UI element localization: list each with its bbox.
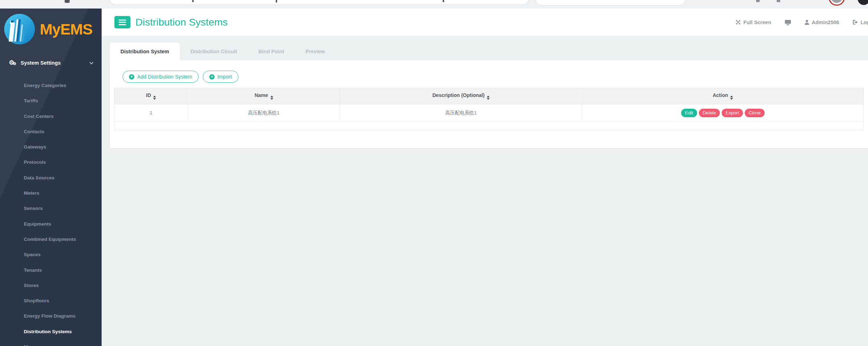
sort-icon xyxy=(270,96,273,100)
add-distribution-system-button[interactable]: + Add Distribution System xyxy=(123,71,199,83)
delete-button[interactable]: Delete xyxy=(699,109,720,117)
logout-button[interactable]: Logout xyxy=(852,20,868,25)
content-area: Distribution System Distribution Circuit… xyxy=(102,36,868,346)
sidebar-item-equipments[interactable]: Equipments xyxy=(0,216,102,232)
table-header-row: ID Name Description (Optional) Action xyxy=(114,88,864,104)
browser-search-box[interactable] xyxy=(535,0,686,6)
sidebar-item-energy-categories[interactable]: Energy Categories xyxy=(0,78,102,93)
cell-action: Edit Delete Export Clone xyxy=(582,104,864,121)
sidebar-item-tenants[interactable]: Tenants xyxy=(0,263,102,278)
sort-icon xyxy=(730,96,733,100)
sort-icon xyxy=(487,96,490,100)
full-screen-label: Full Screen xyxy=(743,20,771,25)
browser-address-bar[interactable] xyxy=(109,0,529,5)
import-button[interactable]: + Import xyxy=(203,71,238,83)
clone-button[interactable]: Clone xyxy=(745,109,765,117)
tab-panel-distribution-system: + Add Distribution System + Import ID xyxy=(110,60,868,148)
table-row: 1 高压配电系统1 高压配电系统1 Edit Delete Export Clo… xyxy=(114,104,864,121)
sidebar-menu: Energy Categories Tariffs Cost Centers C… xyxy=(0,78,102,346)
page-title: Distribution Systems xyxy=(135,16,228,28)
brand-name: MyEMS xyxy=(40,21,92,38)
user-icon xyxy=(804,20,809,25)
myems-logo-icon xyxy=(3,13,36,45)
column-header-name[interactable]: Name xyxy=(188,88,340,104)
column-header-action[interactable]: Action xyxy=(582,88,864,104)
sidebar-item-spaces[interactable]: Spaces xyxy=(0,247,102,262)
sidebar-item-stores[interactable]: Stores xyxy=(0,278,102,293)
add-button-label: Add Distribution System xyxy=(137,74,192,80)
plus-circle-icon: + xyxy=(129,74,134,80)
logout-icon xyxy=(852,20,858,25)
cell-id: 1 xyxy=(114,104,188,121)
logout-label: Logout xyxy=(861,20,868,25)
address-text-fragment xyxy=(276,0,277,2)
full-screen-button[interactable]: Full Screen xyxy=(735,20,771,25)
chevron-down-icon xyxy=(90,60,93,64)
sidebar-item-distribution-systems[interactable]: Distribution Systems xyxy=(0,324,102,339)
sidebar-item-meters[interactable]: Meters xyxy=(0,185,102,201)
address-text-fragment xyxy=(192,0,194,2)
edit-button[interactable]: Edit xyxy=(681,109,697,117)
browser-corner-button[interactable] xyxy=(858,0,868,5)
export-button[interactable]: Export xyxy=(722,109,743,117)
sidebar-item-combined-equipments[interactable]: Combined Equipments xyxy=(0,232,102,247)
plus-circle-icon: + xyxy=(209,74,215,80)
sidebar-item-energy-flow-diagrams[interactable]: Energy Flow Diagrams xyxy=(0,308,102,324)
toolbar: + Add Distribution System + Import xyxy=(123,71,864,83)
sidebar-item-shopfloors[interactable]: Shopfloors xyxy=(0,293,102,308)
user-menu[interactable]: Admin2506 xyxy=(804,20,839,25)
page-header: Distribution Systems Full Screen xyxy=(102,9,868,36)
cell-description: 高压配电系统1 xyxy=(340,104,582,121)
sidebar-item-protocols[interactable]: Protocols xyxy=(0,155,102,170)
sort-icon xyxy=(153,96,156,100)
sidebar-section-label: System Settings xyxy=(21,60,61,66)
sidebar-item-data-sources[interactable]: Data Sources xyxy=(0,170,102,185)
monitor-button[interactable] xyxy=(785,20,791,25)
address-text-fragment xyxy=(443,0,444,2)
fullscreen-icon xyxy=(735,20,741,25)
tab-bind-point[interactable]: Bind Point xyxy=(248,43,295,60)
tab-distribution-system[interactable]: Distribution System xyxy=(110,43,180,60)
sidebar-item-gateways[interactable]: Gateways xyxy=(0,139,102,155)
browser-toolbar-icon[interactable] xyxy=(777,0,780,2)
column-header-description[interactable]: Description (Optional) xyxy=(340,88,582,104)
tab-bar: Distribution System Distribution Circuit… xyxy=(110,43,868,60)
sidebar-item-tariffs[interactable]: Tariffs xyxy=(0,93,102,108)
sidebar-item-contacts[interactable]: Contacts xyxy=(0,124,102,139)
column-header-id[interactable]: ID xyxy=(114,88,188,104)
sidebar-section-system-settings[interactable]: ⚙⚙ System Settings xyxy=(0,50,102,66)
brand-logo[interactable]: MyEMS xyxy=(0,9,102,50)
table-footer-row xyxy=(114,121,864,130)
distribution-systems-table: ID Name Description (Optional) Action xyxy=(114,88,864,130)
menu-toggle-button[interactable] xyxy=(114,16,130,28)
sidebar-item-menus[interactable]: Menus xyxy=(0,339,102,346)
browser-extension-icon[interactable] xyxy=(65,0,70,3)
empty-footer-cell xyxy=(114,121,864,130)
row-actions: Edit Delete Export Clone xyxy=(681,109,765,117)
monitor-icon xyxy=(785,20,791,25)
browser-toolbar xyxy=(0,0,868,9)
sidebar-item-cost-centers[interactable]: Cost Centers xyxy=(0,109,102,124)
sidebar: MyEMS ⚙⚙ System Settings Energy Categori… xyxy=(0,9,102,346)
tab-distribution-circuit[interactable]: Distribution Circuit xyxy=(180,43,248,60)
import-button-label: Import xyxy=(217,74,232,80)
username: Admin2506 xyxy=(812,20,839,25)
gears-icon: ⚙⚙ xyxy=(9,59,18,66)
header-actions: Full Screen Admin2506 xyxy=(735,20,868,25)
browser-toolbar-icon[interactable] xyxy=(756,0,760,2)
cell-name: 高压配电系统1 xyxy=(188,104,340,121)
sidebar-item-sensors[interactable]: Sensors xyxy=(0,201,102,216)
tab-preview[interactable]: Preview xyxy=(295,43,336,60)
